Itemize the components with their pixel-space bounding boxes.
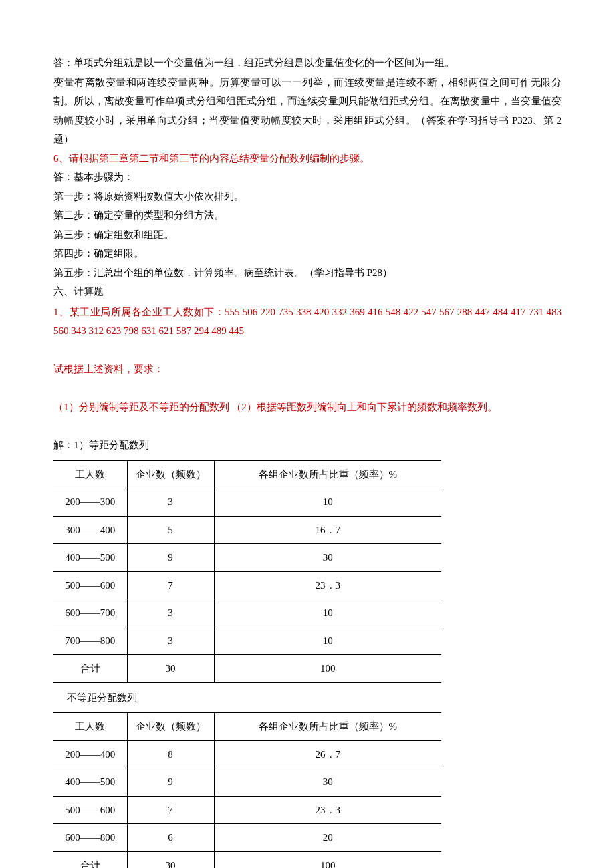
cell-ratio: 23．3 [214,571,441,599]
table-row: 500——600 7 23．3 [53,571,441,599]
unequal-interval-table: 工人数 企业数（频数） 各组企业数所占比重（频率）% 200——400 8 26… [53,712,441,868]
cell-count: 8 [127,740,214,768]
col-header-range: 工人数 [53,713,127,741]
cell-range: 200——300 [53,488,127,517]
cell-ratio: 16．7 [214,516,441,544]
cell-count: 3 [127,488,214,517]
section-6-heading: 六、计算题 [53,282,562,301]
cell-ratio: 23．3 [214,796,441,824]
calc-problem-1-data: 1、某工业局所属各企业工人数如下：555 506 220 735 338 420… [53,303,562,341]
table-row: 400——500 9 30 [53,768,441,797]
table-row: 600——800 6 20 [53,824,441,852]
col-header-count: 企业数（频数） [127,713,214,741]
table-row: 600——700 3 10 [53,599,441,627]
cell-ratio: 10 [214,599,441,627]
table-total-row: 合计 30 100 [53,655,441,683]
cell-range: 600——700 [53,599,127,627]
table-row: 700——800 3 10 [53,627,441,655]
step-4: 第四步：确定组限。 [53,244,562,263]
cell-total-label: 合计 [53,851,127,868]
cell-total-count: 30 [127,655,214,683]
cell-range: 400——500 [53,768,127,797]
cell-ratio: 10 [214,488,441,517]
step-2: 第二步：确定变量的类型和分组方法。 [53,206,562,225]
table-total-row: 合计 30 100 [53,851,441,868]
solution-label-1: 解：1）等距分配数列 [53,436,562,455]
cell-count: 7 [127,796,214,824]
cell-total-ratio: 100 [214,655,441,683]
cell-ratio: 30 [214,544,441,572]
cell-range: 400——500 [53,544,127,572]
cell-range: 300——400 [53,516,127,544]
cell-count: 9 [127,768,214,797]
equal-interval-table: 工人数 企业数（频数） 各组企业数所占比重（频率）% 200——300 3 10… [53,460,441,683]
answer-para-1: 答：单项式分组就是以一个变量值为一组，组距式分组是以变量值变化的一个区间为一组。 [53,53,562,73]
col-header-range: 工人数 [53,460,127,488]
cell-range: 500——600 [53,571,127,599]
step-1: 第一步：将原始资料按数值大小依次排列。 [53,187,562,206]
col-header-ratio: 各组企业数所占比重（频率）% [214,460,441,488]
solution-label-2: 不等距分配数列 [67,688,562,708]
cell-ratio: 26．7 [214,740,441,768]
cell-count: 9 [127,544,214,572]
table-header-row: 工人数 企业数（频数） 各组企业数所占比重（频率）% [53,460,441,488]
cell-count: 7 [127,571,214,599]
cell-count: 3 [127,627,214,655]
table-row: 300——400 5 16．7 [53,516,441,544]
step-5: 第五步：汇总出个组的单位数，计算频率。病至统计表。（学习指导书 P28） [53,263,562,283]
step-3: 第三步：确定组数和组距。 [53,225,562,245]
cell-ratio: 20 [214,824,441,852]
cell-total-label: 合计 [53,655,127,683]
table-row: 500——600 7 23．3 [53,796,441,824]
cell-range: 700——800 [53,627,127,655]
calc-problem-1-req-intro: 试根据上述资料，要求： [53,359,562,379]
table-header-row: 工人数 企业数（频数） 各组企业数所占比重（频率）% [53,713,441,741]
cell-ratio: 30 [214,768,441,797]
calc-problem-1-req: （1）分别编制等距及不等距的分配数列 （2）根据等距数列编制向上和向下累计的频数… [53,398,562,417]
cell-total-ratio: 100 [214,851,441,868]
cell-range: 200——400 [53,740,127,768]
table-row: 200——300 3 10 [53,488,441,517]
cell-count: 6 [127,824,214,852]
cell-ratio: 10 [214,627,441,655]
cell-total-count: 30 [127,851,214,868]
table-row: 200——400 8 26．7 [53,740,441,768]
cell-range: 500——600 [53,796,127,824]
cell-count: 5 [127,516,214,544]
col-header-ratio: 各组企业数所占比重（频率）% [214,713,441,741]
table-row: 400——500 9 30 [53,544,441,572]
cell-count: 3 [127,599,214,627]
col-header-count: 企业数（频数） [127,460,214,488]
cell-range: 600——800 [53,824,127,852]
question-6: 6、请根据第三章第二节和第三节的内容总结变量分配数列编制的步骤。 [53,149,562,168]
answer-para-2: 变量有离散变量和两连续变量两种。历算变量可以一一列举，而连续变量是连续不断，相邻… [53,73,562,149]
answer-6-intro: 答：基本步骤为： [53,168,562,187]
